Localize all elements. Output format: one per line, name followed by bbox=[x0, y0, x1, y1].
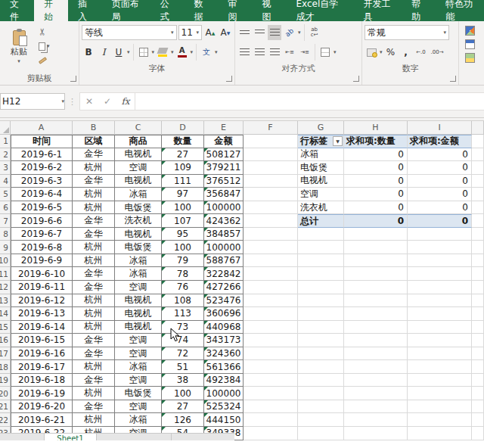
ribbon-tab-数据[interactable]: 数据 bbox=[185, 0, 219, 21]
cell-I13[interactable] bbox=[408, 294, 472, 308]
cell-E4[interactable]: 376512 bbox=[204, 175, 244, 188]
comma-button[interactable]: , bbox=[399, 45, 413, 60]
ribbon-tab-开发工具[interactable]: 开发工具 bbox=[353, 0, 402, 21]
ribbon-tab-特色功能[interactable]: 特色功能 bbox=[436, 0, 484, 21]
font-size-combo[interactable]: 11▾ bbox=[178, 25, 203, 40]
cell-G16[interactable] bbox=[298, 334, 344, 347]
cell-A4[interactable]: 2019-6-3 bbox=[11, 175, 73, 188]
wrap-text-button[interactable]: abc↩ bbox=[308, 25, 321, 40]
cell-G22[interactable] bbox=[298, 413, 344, 427]
column-header-H[interactable]: H bbox=[344, 121, 408, 135]
cell-E10[interactable]: 588767 bbox=[204, 254, 244, 268]
cell-B10[interactable]: 杭州 bbox=[73, 254, 115, 268]
cell-D10[interactable]: 79 bbox=[162, 254, 204, 268]
cell-E22[interactable]: 444150 bbox=[204, 413, 244, 427]
cell-J17[interactable] bbox=[472, 347, 484, 361]
align-right-button[interactable] bbox=[268, 45, 281, 60]
format-as-table-button[interactable] bbox=[464, 38, 484, 50]
underline-dropdown-icon[interactable]: ▾ bbox=[127, 49, 130, 55]
cell-E18[interactable]: 561366 bbox=[204, 360, 244, 374]
cell-I2[interactable]: 0 bbox=[408, 148, 472, 162]
cell-D9[interactable]: 100 bbox=[162, 241, 204, 254]
ribbon-tab-页面布局[interactable]: 页面布局 bbox=[102, 0, 150, 21]
cell-D22[interactable]: 126 bbox=[162, 413, 204, 427]
cell-F15[interactable] bbox=[244, 321, 298, 334]
cell-H5[interactable]: 0 bbox=[344, 188, 408, 201]
format-painter-button[interactable] bbox=[37, 54, 51, 67]
cell-H15[interactable] bbox=[344, 321, 408, 334]
cell-H17[interactable] bbox=[344, 347, 408, 361]
cut-button[interactable]: ✂ bbox=[37, 26, 51, 38]
cell-C9[interactable]: 电饭煲 bbox=[115, 241, 162, 254]
row-header-17[interactable]: 17 bbox=[0, 347, 11, 361]
row-header-14[interactable]: 14 bbox=[0, 307, 11, 321]
cell-I20[interactable] bbox=[408, 387, 472, 400]
orientation-button[interactable]: ab bbox=[283, 25, 296, 40]
cell-H18[interactable] bbox=[344, 360, 408, 374]
column-header-I[interactable]: I bbox=[408, 121, 472, 135]
column-header-partial[interactable] bbox=[472, 121, 484, 135]
cell-G18[interactable] bbox=[298, 360, 344, 374]
cell-F9[interactable] bbox=[244, 241, 298, 254]
cell-A3[interactable]: 2019-6-2 bbox=[11, 161, 73, 175]
cell-D3[interactable]: 109 bbox=[162, 161, 204, 175]
font-color-button[interactable]: A bbox=[175, 45, 189, 60]
cell-E12[interactable]: 427266 bbox=[204, 281, 244, 294]
fill-color-dropdown-icon[interactable]: ▾ bbox=[171, 49, 174, 55]
cell-E15[interactable]: 440968 bbox=[204, 321, 244, 334]
row-header-10[interactable]: 10 bbox=[0, 254, 11, 268]
cell-D1[interactable]: 数量 bbox=[162, 135, 204, 148]
formula-input[interactable] bbox=[135, 92, 484, 110]
cell-G8[interactable] bbox=[298, 228, 344, 241]
ribbon-tab-公式[interactable]: 公式 bbox=[150, 0, 185, 21]
cell-C8[interactable]: 电视机 bbox=[115, 228, 162, 241]
cell-F7[interactable] bbox=[244, 214, 298, 228]
cell-H16[interactable] bbox=[344, 334, 408, 347]
cell-G10[interactable] bbox=[298, 254, 344, 268]
cell-B11[interactable]: 金华 bbox=[73, 267, 115, 281]
cell-C19[interactable]: 空调 bbox=[115, 374, 162, 387]
cell-C18[interactable]: 冰箱 bbox=[115, 360, 162, 374]
cell-J18[interactable] bbox=[472, 360, 484, 374]
cell-I7[interactable]: 0 bbox=[408, 214, 472, 228]
cell-H12[interactable] bbox=[344, 281, 408, 294]
cell-I6[interactable]: 0 bbox=[408, 201, 472, 215]
cell-I11[interactable] bbox=[408, 267, 472, 281]
increase-indent-button[interactable]: ⇥≡ bbox=[298, 45, 312, 60]
cell-F11[interactable] bbox=[244, 267, 298, 281]
cell-E14[interactable]: 360696 bbox=[204, 307, 244, 321]
cell-G7[interactable]: 总计 bbox=[298, 214, 344, 228]
cell-B19[interactable]: 金华 bbox=[73, 374, 115, 387]
ribbon-tab-视图[interactable]: 视图 bbox=[252, 0, 286, 21]
phonetic-dropdown-icon[interactable]: ▾ bbox=[215, 49, 218, 55]
name-box-dropdown-icon[interactable]: ▾ bbox=[61, 98, 64, 104]
cell-A18[interactable]: 2019-6-17 bbox=[11, 360, 73, 374]
font-dialog-launcher[interactable] bbox=[226, 76, 232, 82]
cell-G12[interactable] bbox=[298, 281, 344, 294]
cell-E17[interactable]: 324360 bbox=[204, 347, 244, 361]
cell-H4[interactable]: 0 bbox=[344, 175, 408, 188]
cell-F3[interactable] bbox=[244, 161, 298, 175]
cell-H6[interactable]: 0 bbox=[344, 201, 408, 215]
cell-I8[interactable] bbox=[408, 228, 472, 241]
row-header-19[interactable]: 19 bbox=[0, 374, 11, 387]
cell-H19[interactable] bbox=[344, 374, 408, 387]
borders-button[interactable] bbox=[137, 45, 150, 60]
row-header-8[interactable]: 8 bbox=[0, 228, 11, 241]
cell-A20[interactable]: 2019-6-19 bbox=[11, 387, 73, 400]
cell-G2[interactable]: 冰箱 bbox=[298, 148, 344, 162]
cell-B13[interactable]: 杭州 bbox=[73, 294, 115, 308]
cell-H10[interactable] bbox=[344, 254, 408, 268]
row-header-22[interactable]: 22 bbox=[0, 413, 11, 427]
paste-button[interactable]: 粘贴 ▾ bbox=[2, 23, 36, 72]
column-header-B[interactable]: B bbox=[73, 121, 115, 135]
cell-I15[interactable] bbox=[408, 321, 472, 334]
cell-J8[interactable] bbox=[472, 228, 484, 241]
cell-H13[interactable] bbox=[344, 294, 408, 308]
row-header-16[interactable]: 16 bbox=[0, 334, 11, 347]
cell-D20[interactable]: 100 bbox=[162, 387, 204, 400]
cell-H2[interactable]: 0 bbox=[344, 148, 408, 162]
cell-F19[interactable] bbox=[244, 374, 298, 387]
cell-J4[interactable] bbox=[472, 175, 484, 188]
cell-H21[interactable] bbox=[344, 400, 408, 414]
